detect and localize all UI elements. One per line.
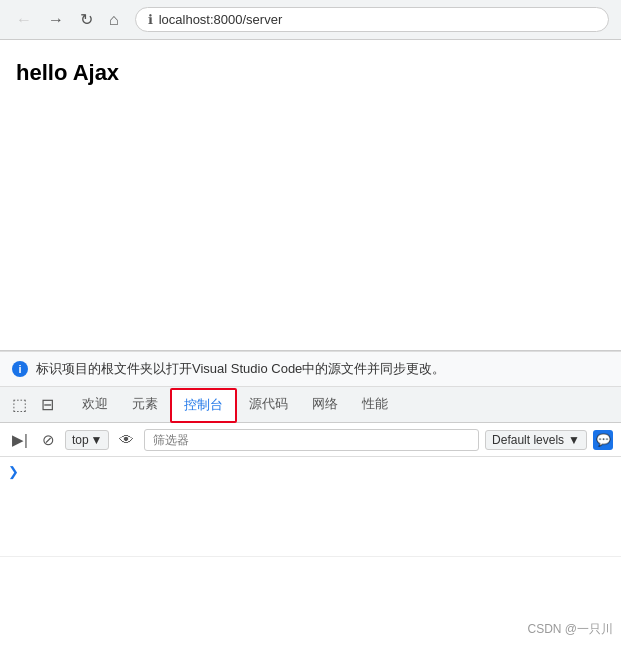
context-chevron-icon: ▼ (91, 433, 103, 447)
devtools-notification: i 标识项目的根文件夹以打开Visual Studio Code中的源文件并同步… (0, 351, 621, 387)
devtools-panel: i 标识项目的根文件夹以打开Visual Studio Code中的源文件并同步… (0, 350, 621, 557)
info-icon: ℹ (148, 12, 153, 27)
clear-console-button[interactable]: ⊘ (38, 429, 59, 451)
context-label: top (72, 433, 89, 447)
console-expand-arrow[interactable]: ❯ (8, 464, 19, 479)
notification-icon: i (12, 361, 28, 377)
filter-input[interactable] (144, 429, 479, 451)
console-area: ❯ (0, 457, 621, 557)
console-toolbar: ▶| ⊘ top ▼ 👁 Default levels ▼ 💬 (0, 423, 621, 457)
address-bar[interactable]: ℹ localhost:8000/server (135, 7, 609, 32)
page-content: hello Ajax (0, 40, 621, 350)
nav-buttons: ← → ↻ ⌂ (12, 8, 123, 31)
tab-network[interactable]: 网络 (300, 387, 350, 422)
home-button[interactable]: ⌂ (105, 9, 123, 31)
context-selector[interactable]: top ▼ (65, 430, 110, 450)
devtools-tab-icons: ⬚ ⊟ (8, 393, 58, 416)
watermark: CSDN @一只川 (527, 621, 613, 638)
levels-chevron-icon: ▼ (568, 433, 580, 447)
eye-button[interactable]: 👁 (115, 429, 138, 450)
device-toggle-button[interactable]: ⊟ (37, 393, 58, 416)
back-button[interactable]: ← (12, 9, 36, 31)
chat-icon[interactable]: 💬 (593, 430, 613, 450)
reload-button[interactable]: ↻ (76, 8, 97, 31)
forward-button[interactable]: → (44, 9, 68, 31)
tab-sources[interactable]: 源代码 (237, 387, 300, 422)
tab-performance[interactable]: 性能 (350, 387, 400, 422)
page-title: hello Ajax (16, 60, 605, 86)
expand-console-button[interactable]: ▶| (8, 429, 32, 451)
browser-chrome: ← → ↻ ⌂ ℹ localhost:8000/server (0, 0, 621, 40)
levels-selector[interactable]: Default levels ▼ (485, 430, 587, 450)
notification-text: 标识项目的根文件夹以打开Visual Studio Code中的源文件并同步更改… (36, 360, 445, 378)
url-text: localhost:8000/server (159, 12, 283, 27)
levels-label: Default levels (492, 433, 564, 447)
tab-console[interactable]: 控制台 (170, 388, 237, 423)
devtools-tab-bar: ⬚ ⊟ 欢迎 元素 控制台 源代码 网络 性能 (0, 387, 621, 423)
tab-elements[interactable]: 元素 (120, 387, 170, 422)
inspect-element-button[interactable]: ⬚ (8, 393, 31, 416)
tab-welcome[interactable]: 欢迎 (70, 387, 120, 422)
